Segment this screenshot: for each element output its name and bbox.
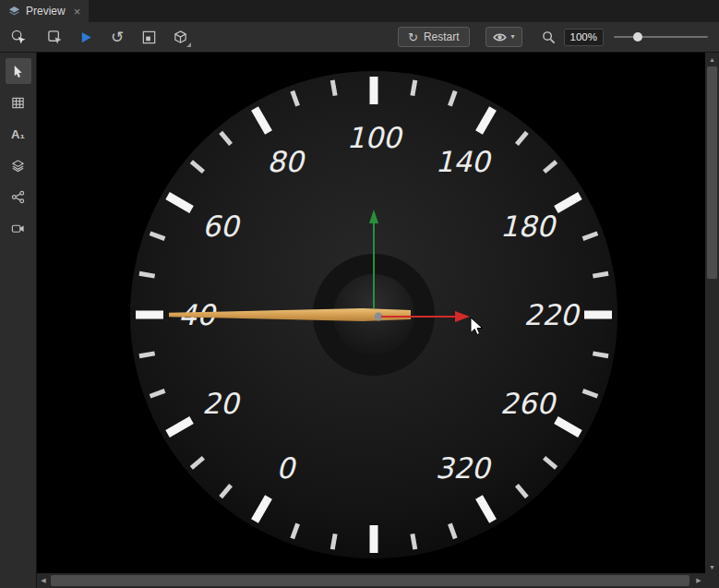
preview-tab-icon: [8, 6, 20, 18]
run-preview-button[interactable]: [74, 25, 98, 49]
tool-layers-button[interactable]: [6, 152, 31, 178]
camera-icon: [11, 222, 25, 235]
gauge-minor-tick: [413, 80, 415, 96]
connections-icon: [11, 190, 25, 204]
scroll-left-button[interactable]: ◀: [37, 573, 50, 588]
tool-camera-button[interactable]: [6, 215, 31, 241]
cube-3d-icon: [173, 30, 188, 45]
transform-mode-button[interactable]: [168, 25, 192, 49]
caret-down-icon: ▾: [511, 33, 515, 41]
toolbar-left-group: ↺: [42, 25, 192, 49]
horizontal-scrollbar[interactable]: ◀ ▶: [37, 573, 705, 588]
zoom-tool-button[interactable]: [539, 27, 559, 47]
tool-text-button[interactable]: A₁: [6, 121, 31, 147]
left-toolbar: A₁: [0, 53, 37, 588]
gauge-minor-tick: [332, 534, 335, 549]
scroll-right-button[interactable]: ▶: [692, 573, 705, 588]
tool-connections-button[interactable]: [6, 184, 31, 210]
gauge-minor-tick: [332, 80, 335, 96]
text-tool-icon: A₁: [11, 127, 25, 141]
tool-table-button[interactable]: [6, 90, 31, 115]
pick-cursor-icon: [10, 29, 27, 45]
zoom-slider-track[interactable]: [614, 36, 708, 38]
restart-button[interactable]: ↻ Restart: [398, 27, 470, 47]
scroll-up-icon: ▲: [709, 56, 715, 63]
tab-preview[interactable]: Preview ×: [0, 0, 89, 22]
scroll-left-icon: ◀: [41, 577, 45, 584]
reset-view-button[interactable]: ↺: [105, 25, 129, 49]
horizontal-scroll-thumb[interactable]: [51, 575, 689, 586]
gauge-label: 320: [435, 451, 491, 485]
table-icon: [11, 96, 25, 110]
tab-close-icon[interactable]: ×: [74, 6, 81, 18]
app-window: Preview × ↺: [0, 0, 719, 588]
gauge-label: 0: [276, 451, 296, 485]
gauge-preview[interactable]: 020406080100140180220260320: [37, 53, 705, 573]
eye-icon: [493, 31, 507, 43]
select-cursor-icon: [11, 65, 25, 78]
tool-select-button[interactable]: [6, 58, 31, 84]
layers-icon: [11, 159, 25, 173]
zoom-level-value[interactable]: 100%: [564, 29, 604, 46]
toolbar: ↺ ↻ Restart: [0, 22, 719, 53]
gauge-label: 140: [435, 145, 491, 178]
tab-bar: Preview ×: [0, 0, 719, 22]
gauge-minor-tick: [413, 534, 415, 549]
scrollbar-corner: [705, 573, 719, 588]
restart-icon: ↻: [408, 31, 418, 43]
rotate-icon: ↺: [111, 30, 124, 45]
tab-label: Preview: [26, 5, 66, 18]
edit-component-button[interactable]: [42, 25, 66, 49]
frame-square-icon: [141, 30, 157, 45]
dropdown-corner-indicator: [186, 42, 191, 47]
preview-canvas[interactable]: 020406080100140180220260320: [37, 53, 705, 573]
zoom-slider-handle[interactable]: [633, 32, 642, 42]
gauge-minor-tick: [593, 354, 608, 356]
gauge-label: 80: [267, 145, 306, 178]
magnifier-icon: [542, 30, 556, 44]
restart-label: Restart: [424, 30, 460, 43]
gauge-minor-tick: [139, 354, 155, 356]
edit-component-icon: [47, 30, 63, 45]
gauge-label: 180: [500, 210, 557, 243]
gauge-label: 260: [500, 387, 557, 420]
scroll-down-button[interactable]: ▼: [705, 560, 719, 573]
fit-selection-button[interactable]: [137, 25, 161, 49]
visibility-button[interactable]: ▾: [485, 27, 522, 47]
zoom-slider[interactable]: [614, 27, 708, 47]
vertical-scrollbar[interactable]: ▲ ▼: [705, 53, 719, 573]
gauge-label: 220: [523, 298, 580, 331]
scroll-right-icon: ▶: [696, 577, 701, 584]
gauge-label: 100: [346, 121, 402, 154]
vertical-scroll-thumb[interactable]: [707, 66, 717, 279]
pick-mode-button[interactable]: [6, 25, 30, 49]
gauge-label: 60: [202, 210, 241, 243]
play-icon: [79, 30, 93, 44]
gauge-label: 20: [202, 387, 241, 420]
scroll-down-icon: ▼: [709, 564, 715, 570]
scroll-up-button[interactable]: ▲: [705, 53, 719, 66]
gauge-minor-tick: [593, 273, 608, 276]
gauge-minor-tick: [139, 273, 155, 276]
